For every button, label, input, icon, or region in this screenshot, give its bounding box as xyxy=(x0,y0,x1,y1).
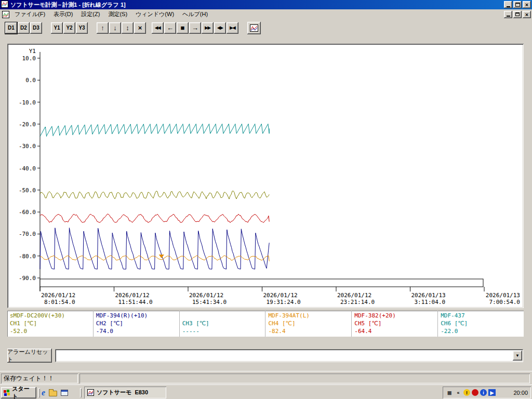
svg-text:-70.0: -70.0 xyxy=(19,231,36,237)
svg-text:-80.0: -80.0 xyxy=(19,253,36,260)
toolbar-compress-time-button[interactable]: ▶◀ xyxy=(227,22,238,34)
svg-text:-50.0: -50.0 xyxy=(19,187,36,194)
legend-ch6: MDF-437CH6 [℃]-22.0 xyxy=(438,311,524,337)
alarm-tray-icon[interactable] xyxy=(472,389,478,396)
legend-ch4: MDF-394AT(L)CH4 [℃]-82.4 xyxy=(265,311,352,337)
start-button[interactable]: スタート xyxy=(1,387,36,398)
taskbar-grip[interactable] xyxy=(38,388,40,397)
channel-legend: sMDF-DC200V(+30)CH1 [℃]-52.0MDF-394(R)(+… xyxy=(7,311,524,337)
svg-text:2026/01/12: 2026/01/12 xyxy=(41,292,75,299)
toolbar: D1D2D3 Y1Y2Y3 ↑↓↕× ◀◀←■→▶▶◀▶▶◀ xyxy=(0,19,532,36)
app-icon xyxy=(1,1,8,9)
channel-label: CH3 [℃] xyxy=(182,320,263,327)
channel-label: CH2 [℃] xyxy=(96,320,177,327)
svg-text:10.0: 10.0 xyxy=(22,55,36,62)
status-text: 保存ウェイト！！ xyxy=(4,374,54,383)
taskbar-clock: 20:00 xyxy=(513,390,528,396)
channel-label: CH6 [℃] xyxy=(441,320,521,327)
toolbar-expand-time-button[interactable]: ◀▶ xyxy=(214,22,226,34)
document-icon[interactable] xyxy=(1,11,10,18)
maximize-icon xyxy=(515,3,520,7)
toolbar-arrow-group: ↑↓↕× xyxy=(97,22,147,34)
minimize-button[interactable] xyxy=(504,1,512,8)
channel-label: CH1 [℃] xyxy=(10,320,90,327)
svg-text:-90.0: -90.0 xyxy=(19,275,36,282)
position-bar xyxy=(40,279,483,287)
toolbar-pan-left-button[interactable]: ← xyxy=(164,22,176,34)
channel-value: -74.0 xyxy=(96,327,177,335)
channel-tag: MDF-382(+20) xyxy=(354,312,435,320)
combobox-dropdown-button[interactable]: ▼ xyxy=(513,351,522,361)
svg-text:3:11:04.0: 3:11:04.0 xyxy=(415,299,446,305)
menu-file[interactable]: ファイル(F) xyxy=(10,9,49,20)
menu-measure[interactable]: 測定(S) xyxy=(104,9,131,20)
menu-help[interactable]: ヘルプ(H) xyxy=(178,9,212,20)
input-indicator-icon[interactable]: ▦ xyxy=(446,389,453,396)
toolbar-d3-button[interactable]: D3 xyxy=(30,22,42,34)
toolbar-fit-view-button[interactable]: × xyxy=(134,22,146,34)
mdi-minimize-button[interactable] xyxy=(504,11,512,18)
svg-text:8:01:54.0: 8:01:54.0 xyxy=(44,299,75,305)
minimize-icon xyxy=(507,6,510,7)
status-bar: 保存ウェイト！！ xyxy=(0,371,532,384)
status-extra-panel xyxy=(79,374,530,383)
toolbar-rewind-button[interactable]: ◀◀ xyxy=(152,22,164,34)
svg-text:-30.0: -30.0 xyxy=(19,143,36,150)
toolbar-fast-forward-button[interactable]: ▶▶ xyxy=(202,22,214,34)
legend-ch3: CH3 [℃]----- xyxy=(180,311,266,337)
svg-text:2026/01/12: 2026/01/12 xyxy=(263,292,298,299)
info-tray-icon[interactable]: i xyxy=(480,389,487,396)
svg-text:0.0: 0.0 xyxy=(25,77,36,84)
svg-text:2026/01/12: 2026/01/12 xyxy=(337,292,371,299)
toolbar-d2-button[interactable]: D2 xyxy=(18,22,30,34)
toolbar-pan-right-button[interactable]: → xyxy=(189,22,201,34)
internet-explorer-icon[interactable]: e xyxy=(42,389,45,396)
series-ch2 xyxy=(40,228,269,269)
series-ch6 xyxy=(40,124,269,137)
alarm-reset-button[interactable]: アラームリセット xyxy=(7,349,52,363)
chevron-down-icon: ▼ xyxy=(515,353,520,358)
series-ch5 xyxy=(40,214,269,223)
trend-graph-button[interactable] xyxy=(247,22,261,34)
menu-bar: ファイル(F)表示(D)設定(Z)測定(S)ウィンドウ(W)ヘルプ(H) × xyxy=(0,9,532,19)
toolbar-y1-button[interactable]: Y1 xyxy=(51,22,63,34)
taskbar-task-button[interactable]: ソフトサーモ E830 xyxy=(84,387,166,398)
channel-tag xyxy=(182,312,263,320)
toolbar-y2-button[interactable]: Y2 xyxy=(63,22,75,34)
toolbar-d1-button[interactable]: D1 xyxy=(5,22,17,34)
toolbar-axis-group: Y1Y2Y3 xyxy=(51,22,88,34)
svg-text:-10.0: -10.0 xyxy=(19,99,36,106)
menu-window[interactable]: ウィンドウ(W) xyxy=(131,9,178,20)
close-button[interactable]: × xyxy=(523,1,531,8)
mdi-restore-button[interactable] xyxy=(513,11,522,18)
alarm-combobox[interactable]: ▼ xyxy=(55,349,523,362)
warning-tray-icon[interactable]: ! xyxy=(463,389,470,396)
trend-graph-icon xyxy=(250,24,258,32)
mdi-close-button[interactable]: × xyxy=(523,11,531,18)
toolbar-y3-button[interactable]: Y3 xyxy=(76,22,88,34)
mdi-minimize-icon xyxy=(507,16,510,17)
taskbar: スタート e ソフトサーモ E830 ▦«!i▶ 20:00 xyxy=(0,384,532,399)
channel-value: ----- xyxy=(182,327,263,335)
menu-settings[interactable]: 設定(Z) xyxy=(77,9,104,20)
start-label: スタート xyxy=(12,385,34,399)
toolbar-scroll-vertical-button[interactable]: ↕ xyxy=(122,22,134,34)
menu-view[interactable]: 表示(D) xyxy=(49,9,77,20)
svg-text:7:00:54.0: 7:00:54.0 xyxy=(489,299,520,305)
hide-icons-chevron[interactable]: « xyxy=(455,389,462,396)
svg-text:15:41:34.0: 15:41:34.0 xyxy=(192,299,227,305)
windows-logo-icon xyxy=(4,390,10,396)
svg-text:-60.0: -60.0 xyxy=(19,209,36,216)
taskbar-grip[interactable] xyxy=(80,388,82,397)
toolbar-nav-group: ◀◀←■→▶▶◀▶▶◀ xyxy=(152,22,239,34)
play-tray-icon[interactable]: ▶ xyxy=(488,389,496,396)
show-desktop-icon[interactable] xyxy=(61,390,68,396)
toolbar-stop-button[interactable]: ■ xyxy=(177,22,189,34)
maximize-button[interactable] xyxy=(513,1,522,8)
toolbar-scroll-down-button[interactable]: ↓ xyxy=(109,22,121,34)
svg-text:23:21:14.0: 23:21:14.0 xyxy=(340,299,375,305)
folder-icon[interactable] xyxy=(49,391,57,396)
svg-text:19:31:24.0: 19:31:24.0 xyxy=(267,299,301,305)
channel-tag: MDF-394AT(L) xyxy=(268,312,349,320)
toolbar-scroll-up-button[interactable]: ↑ xyxy=(97,22,109,34)
